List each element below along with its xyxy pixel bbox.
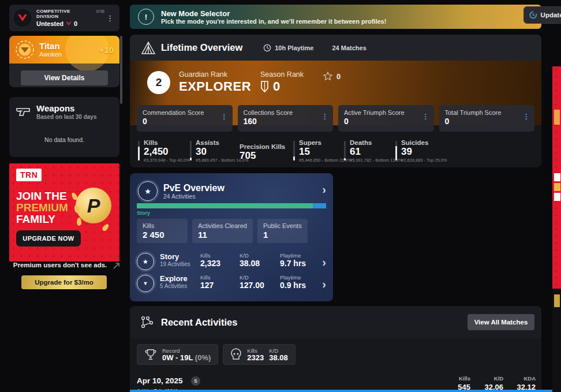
competitive-progress: 0/36 xyxy=(96,9,104,14)
competitive-division-card[interactable]: COMPETITIVE DIVISION Untested 0 0/36 ⋮ xyxy=(9,5,119,31)
lifetime-header: Lifetime Overview 10h Playtime 24 Matche… xyxy=(130,35,541,61)
side-ad-fragment xyxy=(554,173,560,181)
day-col-label: K/D xyxy=(474,375,503,382)
pve-mode-row-story[interactable]: ★ Story 19 Activities Kills 2,323 K/D 38… xyxy=(130,252,333,274)
pve-overview-card[interactable]: ★ PvE Overview 24 Activities › Story Kil… xyxy=(130,173,333,301)
pve-story-label: Story xyxy=(137,210,150,216)
chip-kills-label: Kills xyxy=(247,348,264,354)
stat-gauge xyxy=(190,141,192,160)
stat-value: 39 xyxy=(401,147,447,157)
score-value: 0 xyxy=(344,117,428,126)
sidebar-scrollbar[interactable] xyxy=(120,36,122,104)
side-ad-strip-lower xyxy=(552,289,561,392)
stat-gauge xyxy=(344,141,346,160)
mode-chevron-icon[interactable]: › xyxy=(322,278,326,290)
explore-badge-icon: ▼ xyxy=(137,275,154,292)
pve-stat-label: Public Events xyxy=(263,222,302,229)
score-label: Collections Score xyxy=(244,109,328,116)
character-card-header: Titan Awoken +10 xyxy=(9,36,119,64)
side-ad-strip[interactable] xyxy=(552,66,561,289)
mode-playtime-value: 9.7 hrs xyxy=(280,259,306,268)
mode-activities: 19 Activities xyxy=(160,261,190,267)
banner-title: New Mode Selector xyxy=(161,9,386,18)
score-menu-icon[interactable]: ⋮ xyxy=(420,112,432,121)
clock-icon xyxy=(263,44,271,52)
match-row-accent-line xyxy=(130,390,561,392)
mode-name: Story xyxy=(160,252,179,261)
day-group-row[interactable]: Apr 10, 2025 5 0 W - 5 L (0%) Kills 545 … xyxy=(137,375,534,386)
score-label: Active Triumph Score xyxy=(344,109,428,116)
score-card-collections: Collections Score 160 ⋮ xyxy=(238,105,334,132)
competitive-status: Untested xyxy=(36,20,63,27)
recent-activities-panel: Recent Activities View All Matches Recor… xyxy=(130,306,541,392)
character-class: Titan xyxy=(39,42,62,51)
season-rank-icon xyxy=(260,81,269,92)
score-menu-icon[interactable]: ⋮ xyxy=(219,112,230,121)
mode-selector-banner[interactable]: ! New Mode Selector Pick the mode you're… xyxy=(130,5,541,29)
premium-note: Premium users don't see ads. xyxy=(9,262,111,268)
mode-selector-icon: ! xyxy=(138,9,154,25)
laurel-leaf-icon xyxy=(77,218,81,226)
pve-mode-row-explore[interactable]: ▼ Explore 5 Activities Kills 127 K/D 127… xyxy=(130,274,333,296)
mode-kd-value: 127.00 xyxy=(240,281,264,290)
ad-headline-3: FAMILY xyxy=(16,213,55,225)
ad-headline-2: PREMIUM xyxy=(16,201,68,214)
stat-gauge xyxy=(395,141,397,160)
score-value: 0 xyxy=(143,117,227,126)
pistol-icon xyxy=(16,106,31,118)
stat-precision-kills: Precision Kills 705 xyxy=(240,143,285,161)
pve-badge-icon: ★ xyxy=(138,181,158,201)
pve-subtitle: 24 Activities xyxy=(163,193,225,200)
premium-ad[interactable]: TRN JOIN THE PREMIUM FAMILY UPGRADE NOW … xyxy=(9,163,119,262)
refresh-clock-icon xyxy=(529,11,537,19)
score-label: Commendation Score xyxy=(143,109,227,116)
mode-playtime-label: Playtime xyxy=(280,252,306,259)
chip-kd-value: 38.08 xyxy=(269,354,288,362)
pve-stat-label: Kills xyxy=(143,222,182,229)
day-col-kills: Kills 545 xyxy=(442,375,470,391)
mode-activities: 5 Activities xyxy=(160,283,187,289)
pve-progress-bar xyxy=(137,203,326,208)
mode-chevron-icon[interactable]: › xyxy=(322,256,326,268)
mode-playtime-label: Playtime xyxy=(280,274,306,281)
competitive-title-line1: COMPETITIVE xyxy=(36,9,104,14)
upgrade-now-button[interactable]: UPGRADE NOW xyxy=(16,230,81,247)
story-badge-icon: ★ xyxy=(137,253,154,270)
view-details-button[interactable]: View Details xyxy=(21,70,108,85)
record-chip-value: 0W - 19L xyxy=(162,353,193,362)
guardian-rank-badge: 2 xyxy=(147,71,170,94)
pve-chevron-icon[interactable]: › xyxy=(322,184,326,195)
stat-rank: #2,628,883 - Top 25.0% xyxy=(401,158,447,163)
side-ad-fragment xyxy=(554,183,560,191)
character-card[interactable]: Titan Awoken +10 View Details xyxy=(9,36,119,87)
recent-activities-title: Recent Activities xyxy=(161,317,237,328)
day-date: Apr 10, 2025 xyxy=(137,376,183,385)
upgrade-button[interactable]: Upgrade for $3/mo xyxy=(21,275,107,289)
day-col-label: KDA xyxy=(507,375,536,382)
premium-coin-icon: P xyxy=(76,188,111,223)
guardian-rank-name: EXPLORER xyxy=(179,79,251,94)
view-all-matches-button[interactable]: View All Matches xyxy=(468,314,534,330)
score-menu-icon[interactable]: ⋮ xyxy=(319,112,331,121)
update-button[interactable]: Update in xyxy=(523,6,561,24)
score-label: Total Triumph Score xyxy=(445,109,529,116)
pve-stat-value: 1 xyxy=(263,230,302,240)
competitive-menu-icon[interactable]: ⋮ xyxy=(104,13,116,23)
competitive-points: 0 xyxy=(74,20,77,27)
score-value: 0 xyxy=(445,117,529,126)
recent-activities-header: Recent Activities View All Matches xyxy=(130,306,541,338)
pve-progress-other xyxy=(313,203,326,208)
lifetime-overview-panel: Lifetime Overview 10h Playtime 24 Matche… xyxy=(130,35,541,167)
crest-value: 0 xyxy=(336,72,341,81)
chip-kills-value: 2323 xyxy=(247,354,264,362)
weapons-subtitle: Based on last 30 days xyxy=(36,114,97,120)
mode-kills-label: Kills xyxy=(200,274,214,281)
stat-rank: #5,991,782 - Bottom 13.0% xyxy=(350,158,402,163)
laurel-leaf-icon xyxy=(101,223,110,232)
season-rank-value: 0 xyxy=(273,79,280,94)
mode-kills-label: Kills xyxy=(200,252,220,259)
trn-logo: TRN xyxy=(16,169,42,181)
score-menu-icon[interactable]: ⋮ xyxy=(521,112,532,121)
kills-kd-chip: Kills 2323 K/D 38.08 xyxy=(223,344,295,365)
trophy-icon xyxy=(144,348,157,361)
